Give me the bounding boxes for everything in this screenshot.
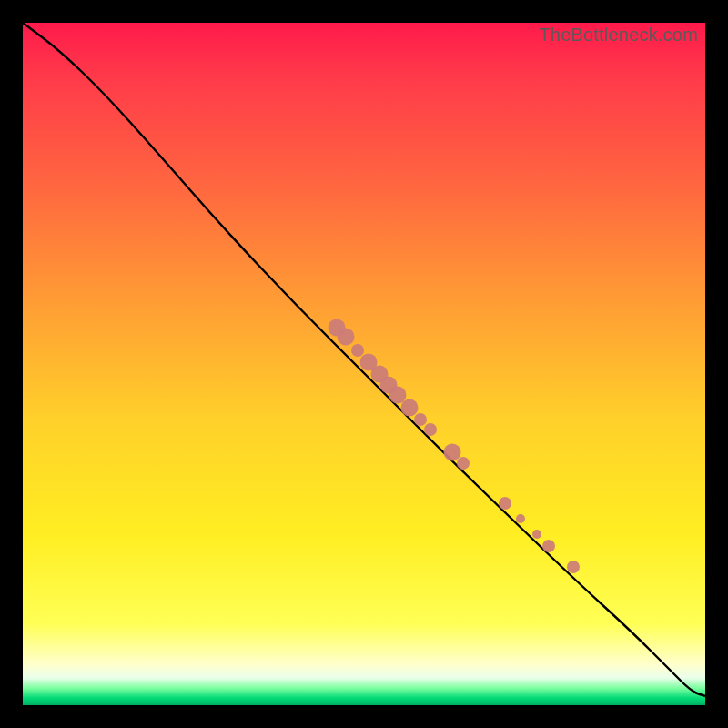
scatter-dot <box>351 344 364 357</box>
scatter-dot <box>516 514 525 523</box>
scatter-dots-group <box>329 319 581 574</box>
scatter-dot <box>532 530 541 539</box>
chart-svg <box>23 23 705 705</box>
scatter-dot <box>389 387 407 404</box>
scatter-dot <box>338 329 355 346</box>
scatter-dot <box>401 399 419 417</box>
scatter-dot <box>424 423 437 436</box>
scatter-dot <box>444 444 461 461</box>
scatter-dot <box>414 413 427 426</box>
scatter-dot <box>499 497 511 510</box>
scatter-dot <box>567 561 580 573</box>
scatter-dot <box>542 540 555 552</box>
scatter-dot <box>457 457 470 470</box>
chart-frame: TheBottleneck.com <box>23 23 705 705</box>
